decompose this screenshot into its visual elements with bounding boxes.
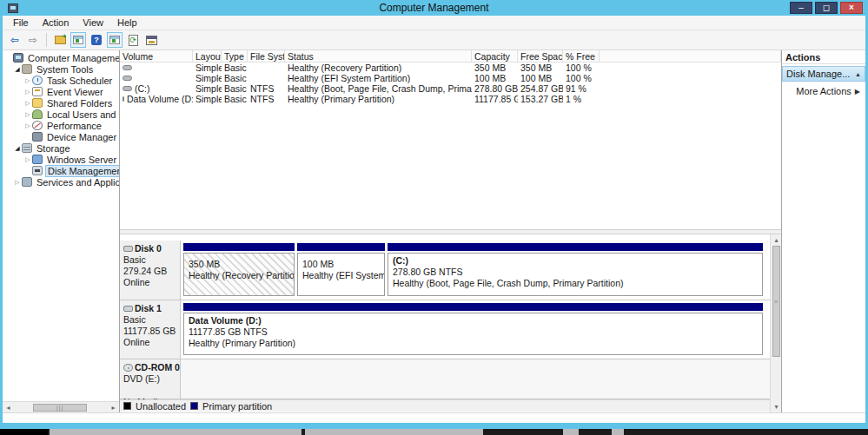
storage-icon	[22, 143, 32, 153]
content-area: Computer Management (Local ◢ System Tool…	[3, 50, 865, 412]
actions-header: Actions	[782, 50, 865, 64]
tree-item-computer-management[interactable]: Computer Management (Local	[3, 52, 119, 63]
toolbar: ⇦ ⇨ ?	[3, 30, 865, 50]
column-header-pct-free[interactable]: % Free	[563, 50, 600, 62]
actions-panel: Actions Disk Manage... ▲ More Actions ▶	[781, 50, 865, 412]
close-button[interactable]: ×	[840, 2, 863, 14]
tree-item-local-users-groups[interactable]: ▷ Local Users and Groups	[3, 109, 119, 120]
screen: Computer Management – ◻ × File Action Vi…	[0, 0, 868, 435]
column-header-volume[interactable]: Volume	[120, 50, 193, 62]
disk-management-panel: Volume Layout Type File System Status Ca…	[120, 50, 781, 412]
tree-item-performance[interactable]: ▷ Performance	[3, 120, 119, 131]
forward-arrow-icon[interactable]: ⇨	[25, 32, 41, 48]
tree-item-storage[interactable]: ◢ Storage	[3, 142, 119, 154]
scroll-left-icon[interactable]: ◂	[3, 402, 14, 413]
partition-color-bar	[297, 243, 385, 251]
title-bar[interactable]: Computer Management – ◻ ×	[3, 0, 865, 16]
scroll-right-icon[interactable]: ▸	[108, 402, 119, 413]
expand-expander-icon[interactable]: ▷	[23, 100, 32, 107]
tree-item-system-tools[interactable]: ◢ System Tools	[3, 63, 119, 75]
menu-bar: File Action View Help	[3, 16, 865, 30]
system-tools-icon	[22, 64, 32, 74]
volume-icon	[123, 65, 132, 70]
partition-legend: Unallocated Primary partition	[120, 399, 770, 412]
scrollbar-thumb[interactable]: ≡	[772, 246, 780, 357]
help-icon[interactable]: ?	[89, 32, 104, 48]
partition-recovery[interactable]: 350 MB Healthy (Recovery Partition)	[183, 243, 295, 296]
expand-expander-icon[interactable]: ▷	[23, 77, 32, 84]
menu-view[interactable]: View	[76, 16, 110, 30]
partition-efi[interactable]: 100 MB Healthy (EFI System Partition)	[297, 243, 385, 296]
expand-expander-icon[interactable]: ▷	[13, 179, 22, 186]
back-arrow-icon[interactable]: ⇦	[7, 32, 23, 48]
tree-item-services-applications[interactable]: ▷ Services and Applications	[3, 176, 119, 188]
disk-view-vertical-scrollbar[interactable]: ▴ ≡ ▾	[770, 234, 781, 412]
column-header-free-space[interactable]: Free Space	[518, 50, 563, 62]
tree-item-shared-folders[interactable]: ▷ Shared Folders	[3, 97, 119, 109]
volume-icon	[123, 86, 132, 91]
tree-horizontal-scrollbar[interactable]: ◂ ||| ▸	[3, 401, 119, 412]
column-header-file-system[interactable]: File System	[248, 50, 285, 62]
disk-1-header[interactable]: Disk 1 Basic 11177.85 GB Online	[120, 300, 181, 359]
disk-console-icon[interactable]	[143, 32, 159, 48]
unallocated-label: Unallocated	[136, 401, 186, 412]
volume-row-recovery[interactable]: Simple Basic Healthy (Recovery Partition…	[120, 63, 781, 73]
primary-partition-legend-icon	[190, 402, 198, 410]
disk-0-row: Disk 0 Basic 279.24 GB Online 350 MB	[120, 241, 770, 300]
scrollbar-thumb[interactable]: |||	[33, 404, 87, 412]
disk-0-header[interactable]: Disk 0 Basic 279.24 GB Online	[120, 241, 181, 300]
more-actions-item[interactable]: More Actions ▶	[782, 84, 865, 98]
volume-list-header: Volume Layout Type File System Status Ca…	[120, 50, 781, 63]
tree-item-windows-server-backup[interactable]: ▷ Windows Server Backup	[3, 154, 119, 165]
console-tree-toggle-icon[interactable]	[70, 32, 86, 48]
action-pane-toggle-icon[interactable]	[107, 32, 123, 48]
column-header-capacity[interactable]: Capacity	[472, 50, 518, 62]
performance-icon	[32, 121, 43, 130]
up-folder-icon[interactable]	[52, 32, 68, 48]
backup-icon	[32, 155, 43, 164]
collapse-expander-icon[interactable]: ◢	[13, 145, 22, 152]
menu-action[interactable]: Action	[36, 16, 76, 30]
disk-management-icon	[32, 166, 43, 175]
menu-help[interactable]: Help	[110, 16, 144, 30]
collapse-arrow-icon: ▲	[855, 71, 861, 77]
refresh-icon[interactable]	[125, 32, 141, 48]
expand-expander-icon[interactable]: ▷	[23, 89, 32, 96]
expand-expander-icon[interactable]: ▷	[23, 156, 32, 163]
disk-management-actions-group[interactable]: Disk Manage... ▲	[782, 66, 865, 82]
volume-icon	[123, 96, 124, 102]
tree-item-disk-management[interactable]: Disk Management	[3, 165, 119, 176]
column-header-type[interactable]: Type	[222, 50, 248, 62]
expand-expander-icon[interactable]: ▷	[23, 111, 32, 118]
partition-c[interactable]: (C:) 278.80 GB NTFS Healthy (Boot, Page …	[388, 243, 763, 296]
cdrom-0-header[interactable]: CD-ROM 0 DVD (E:) No Media	[120, 359, 181, 399]
maximize-button[interactable]: ◻	[815, 2, 838, 14]
minimize-button[interactable]: –	[790, 2, 812, 14]
volume-row-efi[interactable]: Simple Basic Healthy (EFI System Partiti…	[120, 73, 781, 83]
computer-management-window: Computer Management – ◻ × File Action Vi…	[0, 0, 868, 425]
volume-icon	[123, 76, 132, 81]
console-tree-panel: Computer Management (Local ◢ System Tool…	[3, 50, 120, 412]
window-title: Computer Management	[3, 2, 865, 14]
status-bar	[3, 412, 865, 423]
cdrom-0-row: CD-ROM 0 DVD (E:) No Media	[120, 359, 770, 399]
primary-partition-label: Primary partition	[202, 401, 272, 412]
volume-row-data-d[interactable]: Data Volume (D:) Simple Basic NTFS Healt…	[120, 94, 781, 104]
tree-item-event-viewer[interactable]: ▷ Event Viewer	[3, 86, 119, 97]
cd-icon	[123, 364, 133, 372]
tree-item-task-scheduler[interactable]: ▷ Task Scheduler	[3, 75, 119, 86]
partition-color-bar	[183, 243, 295, 251]
collapse-expander-icon[interactable]: ◢	[13, 66, 22, 73]
taskbar-sliver	[0, 429, 868, 435]
partition-data-d[interactable]: Data Volume (D:) 11177.85 GB NTFS Health…	[183, 303, 763, 355]
column-header-status[interactable]: Status	[285, 50, 472, 62]
column-header-layout[interactable]: Layout	[193, 50, 222, 62]
volume-row-c[interactable]: (C:) Simple Basic NTFS Healthy (Boot, Pa…	[120, 83, 781, 94]
menu-file[interactable]: File	[6, 16, 36, 30]
toolbar-separator	[46, 33, 47, 47]
cdrom-empty-area	[181, 359, 770, 399]
disk-1-row: Disk 1 Basic 11177.85 GB Online Data Vol…	[120, 300, 770, 359]
tree-item-device-manager[interactable]: Device Manager	[3, 131, 119, 142]
event-viewer-icon	[32, 87, 43, 96]
expand-expander-icon[interactable]: ▷	[23, 122, 32, 129]
